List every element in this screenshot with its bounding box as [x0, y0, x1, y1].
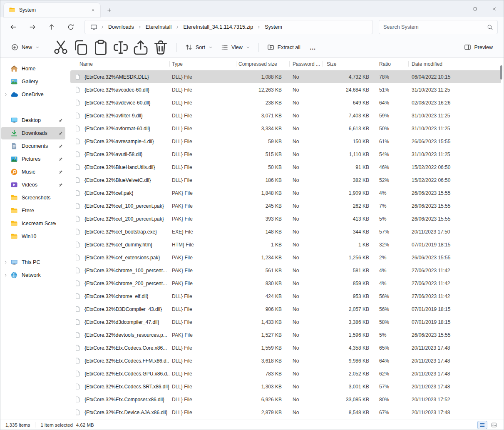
table-row[interactable]: {EtxCore.32%avcodec-60.dll} DLL} File 12… [70, 83, 501, 96]
sidebar-item-music[interactable]: Music [1, 166, 65, 178]
close-button[interactable] [484, 0, 504, 17]
table-row[interactable]: {EtxCore.32%Etx.Codecs.SRT.x86.dll} DLL}… [70, 380, 501, 393]
copy-button[interactable] [72, 40, 89, 55]
breadcrumb-downloads[interactable]: Downloads [105, 22, 137, 32]
table-row[interactable]: {EtxCore.32%Etx.Codecs.Core.x86... DLL} … [70, 341, 501, 354]
table-row[interactable]: {EtxCore.32%devtools_resources.p... PAK}… [70, 328, 501, 341]
preview-button[interactable]: Preview [460, 40, 497, 55]
sidebar-item-documents[interactable]: Documents [1, 140, 65, 152]
table-row[interactable]: {EtxCore.32%d3dcompiler_47.dll} DLL} Fil… [70, 316, 501, 328]
table-row[interactable]: {EtxCore.32%cef.pak} PAK} File 1,848 KB … [70, 186, 501, 199]
chevron-right-icon[interactable] [257, 25, 261, 29]
table-row[interactable]: {EtxCore.32%cef_200_percent.pak} PAK} Fi… [70, 212, 501, 225]
file-name: {EtxCore.32%d3dcompiler_47.dll} [84, 319, 159, 325]
sidebar-item-etere[interactable]: Etere [1, 204, 65, 217]
column-header-name[interactable]: Name [70, 58, 169, 70]
details-view-button[interactable] [478, 421, 487, 429]
file-icon [74, 267, 81, 273]
new-button[interactable]: New [7, 40, 44, 55]
sidebar-item-onedrive[interactable]: OneDrive [1, 88, 65, 101]
sidebar-item-network[interactable]: Network [1, 269, 65, 281]
table-row[interactable]: {EtxCore.32%chrome_elf.dll} DLL} File 42… [70, 290, 501, 303]
chevron-right-icon[interactable] [1, 273, 10, 277]
scrollbar-thumb[interactable] [500, 65, 502, 80]
thumbnails-view-button[interactable] [489, 421, 499, 429]
sidebar-item-desktop[interactable]: Desktop [1, 114, 65, 127]
column-header-compressed-size[interactable]: Compressed size [236, 58, 289, 70]
more-options-button[interactable]: … [305, 40, 321, 55]
table-row[interactable]: {EtxCore.32%avutil-58.dll} DLL} File 515… [70, 148, 501, 161]
table-row[interactable]: {EtxCore.32%D3DCompiler_43.dll} DLL} Fil… [70, 303, 501, 316]
sidebar-item-screenshots[interactable]: Screenshots [1, 191, 65, 204]
breadcrumb-zip[interactable]: EtereInstall_34.1.114.7315.zip [180, 22, 256, 32]
chevron-right-icon[interactable] [1, 260, 10, 264]
file-name: {EtxCore.32%chrome_200_percent... [84, 281, 167, 286]
vertical-scrollbar[interactable] [499, 60, 503, 418]
table-row[interactable]: {EtxCore.32%Etx.Codecs.GPU.x86.d... DLL}… [70, 367, 501, 380]
table-row[interactable]: {EtxCore.32%avfilter-9.dll} DLL} File 3,… [70, 109, 501, 122]
sidebar-item-this-pc[interactable]: This PC [1, 256, 65, 268]
table-row[interactable]: {EtxCore.32%BlueVelvetC.dll} DLL} File 1… [70, 174, 501, 186]
back-button[interactable] [6, 20, 20, 34]
chevron-right-icon[interactable] [100, 25, 104, 29]
table-row[interactable]: {EtxCore.32%cef_extensions.pak} PAK} Fil… [70, 251, 501, 264]
breadcrumb-etereinstall[interactable]: EtereInstall [143, 22, 175, 32]
sort-button[interactable]: Sort [181, 40, 217, 55]
sidebar-item-downloads[interactable]: Downloads [1, 127, 65, 139]
address-bar[interactable]: Downloads EtereInstall EtereInstall_34.1… [84, 20, 373, 34]
chevron-right-icon[interactable] [1, 92, 10, 97]
tab-close-icon[interactable] [89, 6, 97, 14]
file-icon [74, 280, 81, 286]
column-header-ratio[interactable]: Ratio [376, 58, 408, 70]
breadcrumb-system[interactable]: System [262, 22, 285, 32]
search-input[interactable] [383, 24, 487, 30]
table-row[interactable]: {EtxCore.32%avformat-60.dll} DLL} File 3… [70, 122, 501, 135]
cut-button[interactable] [52, 40, 69, 55]
search-box[interactable] [379, 20, 498, 34]
table-row[interactable]: {EtxCore.32%avdevice-60.dll} DLL} File 2… [70, 96, 501, 109]
sidebar-item-gallery[interactable]: Gallery [1, 75, 65, 88]
sidebar-item-home[interactable]: Home [1, 62, 65, 75]
table-row[interactable]: {EtxCore.32%chrome_200_percent... PAK} F… [70, 277, 501, 290]
table-row[interactable]: {EtxCore.32%BlueHancUtils.dll} DLL} File… [70, 161, 501, 174]
sidebar-item-icecream-screen-re[interactable]: Icecream Screen Re [1, 217, 65, 230]
column-header-password[interactable]: Password ... [289, 58, 323, 70]
sidebar-item-win10[interactable]: Win10 [1, 230, 65, 243]
column-header-size[interactable]: Size [323, 58, 376, 70]
column-header-type[interactable]: Type [169, 58, 236, 70]
table-row[interactable]: {EtxCore.32%cef_bootstrap.exe} EXE} File… [70, 225, 501, 238]
table-row[interactable]: {EtxCore.32%chrome_100_percent... PAK} F… [70, 264, 501, 277]
file-password: No [289, 293, 323, 299]
new-tab-button[interactable] [104, 5, 114, 15]
table-row[interactable]: {EtxCore.32%cef_100_percent.pak} PAK} Fi… [70, 199, 501, 212]
chevron-right-icon[interactable] [138, 25, 142, 29]
table-row[interactable]: {EtxCore.32%Etx.Device.AJA.x86.dll} DLL}… [70, 406, 501, 419]
minimize-button[interactable] [446, 0, 465, 17]
videos-icon [10, 181, 18, 189]
explorer-tab[interactable]: System [4, 3, 100, 17]
maximize-button[interactable] [465, 0, 484, 17]
file-ratio: 5% [376, 216, 408, 222]
table-row[interactable]: {EtxCore.32%avresample-4.dll} DLL} File … [70, 135, 501, 148]
file-size: 382 KB [323, 177, 376, 183]
delete-button[interactable] [152, 40, 169, 55]
sidebar-item-videos[interactable]: Videos [1, 179, 65, 191]
file-ratio: 57% [376, 229, 408, 235]
table-row[interactable]: {EtxCore.32%AMESDK.DLL} DLL} File 1,088 … [70, 70, 501, 83]
table-row[interactable]: {EtxCore.32%Etx.Composer.x86.dll} DLL} F… [70, 393, 501, 406]
rename-button[interactable] [112, 40, 129, 55]
sidebar-item-pictures[interactable]: Pictures [1, 153, 65, 165]
chevron-right-icon[interactable] [175, 25, 179, 29]
paste-button[interactable] [92, 40, 109, 55]
file-size: 649 KB [323, 100, 376, 106]
extract-all-button[interactable]: Extract all [263, 40, 305, 55]
column-header-date-modified[interactable]: Date modified [408, 58, 475, 70]
refresh-button[interactable] [64, 20, 78, 34]
up-button[interactable] [45, 20, 59, 34]
table-row[interactable]: {EtxCore.32%cef_dummy.htm} HTM} File 1 K… [70, 238, 501, 251]
view-button[interactable]: View [217, 40, 254, 55]
share-button[interactable] [132, 40, 149, 55]
table-row[interactable]: {EtxCore.32%Etx.Codecs.FFM.x86.d... DLL}… [70, 354, 501, 367]
forward-button[interactable] [25, 20, 40, 34]
search-icon[interactable] [487, 24, 493, 30]
